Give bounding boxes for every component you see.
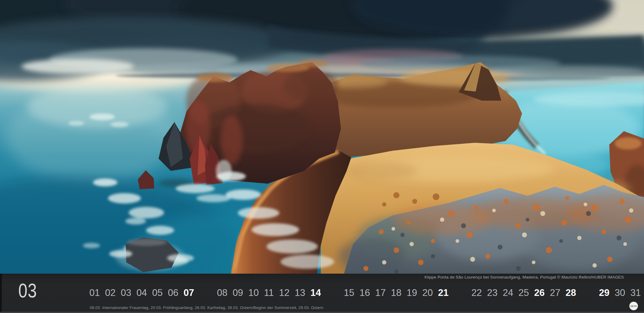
day-number: 08 <box>217 288 227 297</box>
photo-caption: Klippe Ponta de São Lourenço bei Sonnena… <box>424 275 624 279</box>
headland <box>313 62 522 158</box>
publisher-logo-text: HEYE <box>630 305 637 307</box>
day-number-highlighted: 29 <box>599 288 609 297</box>
day-number: 06 <box>168 288 178 297</box>
page-left-edge <box>0 274 2 313</box>
day-number: 20 <box>422 288 433 297</box>
day-number: 01 <box>89 288 100 297</box>
day-number-highlighted: 21 <box>438 288 448 297</box>
day-number: 04 <box>136 288 147 297</box>
publisher-logo: HEYE <box>629 302 638 310</box>
day-number: 12 <box>279 288 289 297</box>
page-bottom-edge <box>0 312 644 313</box>
day-numbers-row: 0102030405060708091011121314151617181920… <box>89 288 641 297</box>
day-number: 10 <box>248 288 259 297</box>
day-number: 24 <box>503 288 513 297</box>
day-number-highlighted: 07 <box>184 288 194 297</box>
day-number: 31 <box>630 288 641 297</box>
day-number: 18 <box>391 288 401 297</box>
week-group: 01020304050607 <box>89 288 194 297</box>
calendar-bar: Klippe Ponta de São Lourenço bei Sonnena… <box>0 274 644 313</box>
day-number: 17 <box>375 288 385 297</box>
storm-clouds <box>0 0 644 82</box>
day-number: 16 <box>360 288 370 297</box>
week-group: 08091011121314 <box>217 288 321 297</box>
week-group: 22232425262728 <box>471 288 576 297</box>
week-group: 15161718192021 <box>344 288 448 297</box>
day-number: 25 <box>518 288 529 297</box>
landscape-photo-art <box>0 0 644 274</box>
day-number-highlighted: 26 <box>534 288 545 297</box>
day-number: 11 <box>264 288 274 297</box>
month-number: 03 <box>18 281 37 300</box>
day-number: 23 <box>487 288 497 297</box>
day-number: 27 <box>550 288 560 297</box>
day-number-highlighted: 28 <box>566 288 576 297</box>
day-number: 19 <box>406 288 417 297</box>
day-number: 22 <box>471 288 482 297</box>
day-number-highlighted: 14 <box>310 288 321 297</box>
day-number: 03 <box>121 288 131 297</box>
day-number: 05 <box>152 288 163 297</box>
day-number: 15 <box>344 288 354 297</box>
week-group: 293031 <box>599 288 641 297</box>
day-number: 13 <box>295 288 305 297</box>
day-number: 30 <box>615 288 625 297</box>
holidays-footnote: 08.03. Internationaler Frauentag, 20.03.… <box>90 305 323 310</box>
day-number: 09 <box>233 288 243 297</box>
calendar-page: Klippe Ponta de São Lourenço bei Sonnena… <box>0 0 644 313</box>
landscape-photo <box>0 0 644 274</box>
day-number: 02 <box>105 288 115 297</box>
